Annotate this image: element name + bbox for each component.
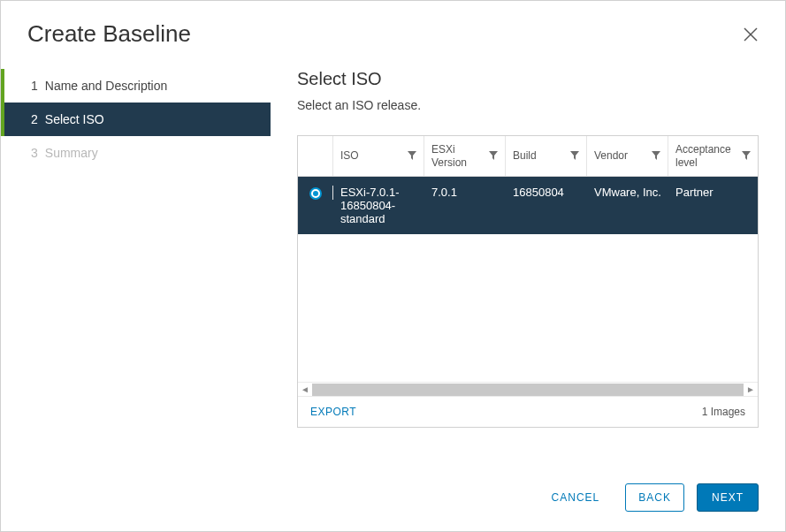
step-name-and-description[interactable]: 1 Name and Description (1, 69, 271, 103)
filter-icon[interactable] (742, 150, 751, 163)
step-number: 3 (31, 146, 38, 160)
column-header-acceptance[interactable]: Acceptance level (668, 136, 758, 176)
cell-vendor: VMware, Inc. (587, 186, 668, 199)
table-header-row: ISO ESXi Version Build Vendor (298, 136, 758, 177)
step-label: Select ISO (45, 112, 104, 126)
filter-icon[interactable] (408, 150, 416, 163)
step-label: Summary (45, 146, 98, 160)
cell-acceptance: Partner (668, 186, 758, 199)
iso-table: ISO ESXi Version Build Vendor (297, 135, 759, 428)
images-count: 1 Images (702, 406, 745, 418)
panel-subtitle: Select an ISO release. (297, 98, 759, 112)
create-baseline-dialog: Create Baseline 1 Name and Description 2… (0, 0, 786, 532)
filter-icon[interactable] (489, 150, 498, 163)
column-header-build[interactable]: Build (506, 136, 587, 176)
horizontal-scrollbar[interactable]: ◄ ► (298, 382, 758, 396)
row-radio[interactable] (309, 187, 322, 200)
export-link[interactable]: EXPORT (310, 406, 356, 418)
scroll-track[interactable] (312, 384, 744, 396)
dialog-header: Create Baseline (1, 1, 785, 64)
filter-icon[interactable] (652, 150, 660, 163)
column-header-vendor[interactable]: Vendor (587, 136, 668, 176)
cell-build: 16850804 (506, 186, 587, 199)
step-summary: 3 Summary (1, 136, 271, 170)
wizard-steps: 1 Name and Description 2 Select ISO 3 Su… (1, 64, 271, 467)
column-select (298, 136, 333, 176)
content-panel: Select ISO Select an ISO release. ISO ES… (271, 64, 785, 467)
back-button[interactable]: BACK (625, 483, 684, 512)
dialog-body: 1 Name and Description 2 Select ISO 3 Su… (1, 64, 785, 467)
table-body: ESXi-7.0.1-16850804-standard 7.0.1 16850… (298, 177, 758, 382)
column-header-iso[interactable]: ISO (333, 136, 424, 176)
close-icon[interactable] (743, 27, 759, 42)
column-header-version[interactable]: ESXi Version (424, 136, 506, 176)
cell-version: 7.0.1 (424, 186, 506, 199)
step-number: 2 (31, 112, 38, 126)
step-number: 1 (31, 79, 38, 93)
table-row[interactable]: ESXi-7.0.1-16850804-standard 7.0.1 16850… (298, 177, 758, 234)
step-select-iso[interactable]: 2 Select ISO (1, 103, 271, 136)
next-button[interactable]: NEXT (697, 483, 759, 512)
step-label: Name and Description (45, 79, 168, 93)
dialog-footer: CANCEL BACK NEXT (1, 467, 785, 531)
scroll-left-icon[interactable]: ◄ (298, 383, 312, 397)
cell-iso: ESXi-7.0.1-16850804-standard (333, 186, 424, 225)
panel-title: Select ISO (297, 69, 759, 89)
cancel-button[interactable]: CANCEL (538, 483, 614, 512)
dialog-title: Create Baseline (27, 20, 191, 48)
table-footer: EXPORT 1 Images (298, 396, 758, 427)
filter-icon[interactable] (570, 150, 579, 163)
scroll-right-icon[interactable]: ► (744, 383, 758, 397)
